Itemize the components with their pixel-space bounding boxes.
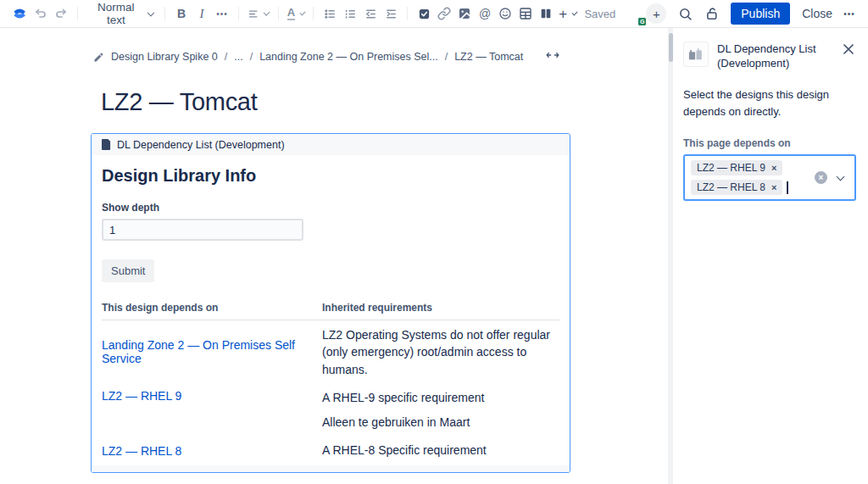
image-icon bbox=[458, 7, 471, 20]
design-link-cell: LZ2 — RHEL 9 bbox=[102, 389, 322, 403]
more-formatting-button[interactable]: ••• bbox=[212, 3, 232, 25]
close-button[interactable]: Close bbox=[795, 7, 839, 20]
dependency-tag[interactable]: LZ2 — RHEL 9 × bbox=[691, 160, 782, 175]
requirement-cell: LZ2 Operating Systems do not offer regul… bbox=[322, 326, 559, 378]
submit-button[interactable]: Submit bbox=[102, 259, 154, 282]
toolbar-separator bbox=[77, 7, 78, 20]
action-item-button[interactable] bbox=[414, 3, 434, 25]
indent-button[interactable] bbox=[381, 3, 401, 25]
bullet-list-button[interactable] bbox=[320, 3, 340, 25]
text-style-dropdown[interactable]: Normal text bbox=[84, 3, 159, 25]
more-formatting-icon: ••• bbox=[216, 9, 228, 19]
breadcrumb-separator: / bbox=[250, 51, 253, 63]
emoji-button[interactable] bbox=[495, 3, 515, 25]
chevron-down-icon bbox=[300, 9, 306, 15]
insert-image-button[interactable] bbox=[454, 3, 475, 25]
depends-on-multiselect[interactable]: LZ2 — RHEL 9 × LZ2 — RHEL 8 × × bbox=[683, 154, 856, 201]
remove-tag-icon[interactable]: × bbox=[771, 183, 776, 192]
panel-title: DL Dependency List (Development) bbox=[717, 42, 832, 70]
chevron-down-icon[interactable] bbox=[837, 172, 845, 181]
remove-tag-icon[interactable]: × bbox=[771, 164, 776, 173]
clear-all-button[interactable]: × bbox=[815, 171, 827, 184]
bold-button[interactable]: B bbox=[171, 3, 192, 25]
outdent-icon bbox=[364, 8, 377, 20]
show-depth-input[interactable] bbox=[102, 219, 303, 241]
emoji-icon bbox=[498, 7, 512, 20]
table-row: LZ2 — RHEL 8 A RHEL-8 Specific requireme… bbox=[102, 436, 559, 464]
outdent-button[interactable] bbox=[360, 3, 381, 25]
table-row: Landing Zone 2 — On Premises Self Servic… bbox=[102, 320, 559, 383]
mention-button[interactable]: @ bbox=[475, 3, 495, 25]
restrictions-button[interactable] bbox=[702, 3, 722, 25]
dependency-tag[interactable]: LZ2 — RHEL 8 × bbox=[691, 180, 782, 195]
breadcrumb-item[interactable]: Landing Zone 2 — On Premises Sel... bbox=[259, 51, 438, 63]
toolbar-separator bbox=[164, 7, 165, 20]
editor-toolbar: Normal text B I ••• A bbox=[0, 0, 868, 28]
breadcrumb-item[interactable]: Design Library Spike 0 bbox=[111, 51, 218, 63]
text-style-label: Normal text bbox=[89, 1, 142, 26]
chevron-down-icon bbox=[264, 8, 270, 15]
requirement-cell: A RHEL-8 Specific requirement bbox=[322, 442, 559, 459]
chevron-down-icon bbox=[572, 9, 578, 15]
toolbar-separator bbox=[278, 7, 279, 20]
selected-tags: LZ2 — RHEL 9 × LZ2 — RHEL 8 × bbox=[691, 160, 815, 195]
align-left-icon bbox=[248, 8, 259, 20]
pencil-icon bbox=[93, 52, 104, 63]
breadcrumb-separator: / bbox=[445, 51, 448, 63]
plus-icon: + bbox=[559, 7, 567, 21]
design-link-cell: Landing Zone 2 — On Premises Self Servic… bbox=[102, 338, 322, 365]
plus-icon: + bbox=[653, 7, 660, 21]
link-icon bbox=[437, 7, 451, 20]
toolbar-right-group: Saved G + Publish Close ••• bbox=[579, 3, 860, 25]
design-link[interactable]: LZ2 — RHEL 8 bbox=[102, 444, 181, 458]
tag-label: LZ2 — RHEL 8 bbox=[697, 181, 765, 193]
expand-width-icon bbox=[546, 50, 559, 60]
tag-row: LZ2 — RHEL 9 × bbox=[691, 160, 815, 175]
macro-body: Design Library Info Show depth Submit Th… bbox=[92, 155, 570, 484]
chevron-down-icon bbox=[147, 8, 154, 15]
overflow-menu-button[interactable]: ••• bbox=[839, 3, 860, 25]
italic-button[interactable]: I bbox=[192, 3, 212, 25]
table-button[interactable] bbox=[515, 3, 536, 25]
depends-on-field-label: This page depends on bbox=[683, 137, 856, 149]
requirement-text: LZ2 Operating Systems do not offer regul… bbox=[322, 326, 559, 378]
more-icon: ••• bbox=[843, 9, 855, 19]
columns-layout-icon bbox=[539, 7, 553, 20]
breadcrumb-item-current[interactable]: LZ2 — Tomcat bbox=[454, 51, 523, 63]
breadcrumb: Design Library Spike 0 / ... / Landing Z… bbox=[93, 51, 523, 63]
column-header-requirements: Inherited requirements bbox=[322, 302, 559, 314]
search-button[interactable] bbox=[675, 3, 695, 25]
toolbar-separator bbox=[313, 7, 314, 20]
undo-button[interactable] bbox=[31, 3, 51, 25]
link-button[interactable] bbox=[434, 3, 454, 25]
tag-row: LZ2 — RHEL 8 × bbox=[691, 180, 815, 195]
layouts-button[interactable] bbox=[536, 3, 556, 25]
alignment-dropdown[interactable] bbox=[245, 3, 272, 25]
editor-canvas: Design Library Spike 0 / ... / Landing Z… bbox=[0, 28, 668, 484]
macro-footer-strip bbox=[92, 465, 570, 472]
ordered-list-icon bbox=[344, 8, 357, 20]
save-status: Saved bbox=[584, 8, 615, 20]
macro-block[interactable]: DL Dependency List (Development) Design … bbox=[91, 133, 570, 473]
design-link[interactable]: Landing Zone 2 — On Premises Self Servic… bbox=[102, 338, 295, 365]
page-title[interactable]: LZ2 — Tomcat bbox=[101, 88, 257, 116]
insert-dropdown[interactable]: + bbox=[556, 3, 579, 25]
publish-button[interactable]: Publish bbox=[731, 3, 790, 25]
macro-header[interactable]: DL Dependency List (Development) bbox=[92, 134, 570, 155]
bullet-list-icon bbox=[324, 8, 337, 20]
breadcrumb-item-collapsed[interactable]: ... bbox=[234, 51, 242, 63]
editor-scrollbar-thumb[interactable] bbox=[669, 33, 673, 62]
requirement-cell: A RHEL-9 specific requirement Alleen te … bbox=[322, 389, 559, 431]
panel-close-button[interactable] bbox=[841, 42, 856, 58]
design-link[interactable]: LZ2 — RHEL 9 bbox=[102, 389, 181, 403]
page-width-toggle-button[interactable] bbox=[546, 50, 559, 63]
collaborator-avatar[interactable]: G bbox=[624, 3, 644, 24]
ordered-list-button[interactable] bbox=[340, 3, 360, 25]
confluence-logo-icon[interactable] bbox=[8, 3, 31, 25]
table-header-row: This design depends on Inherited require… bbox=[102, 302, 559, 314]
indent-icon bbox=[385, 8, 398, 20]
tag-label: LZ2 — RHEL 9 bbox=[697, 162, 765, 174]
text-color-dropdown[interactable]: A bbox=[285, 3, 308, 25]
redo-button[interactable] bbox=[51, 3, 71, 25]
add-people-button[interactable]: + bbox=[646, 3, 666, 24]
